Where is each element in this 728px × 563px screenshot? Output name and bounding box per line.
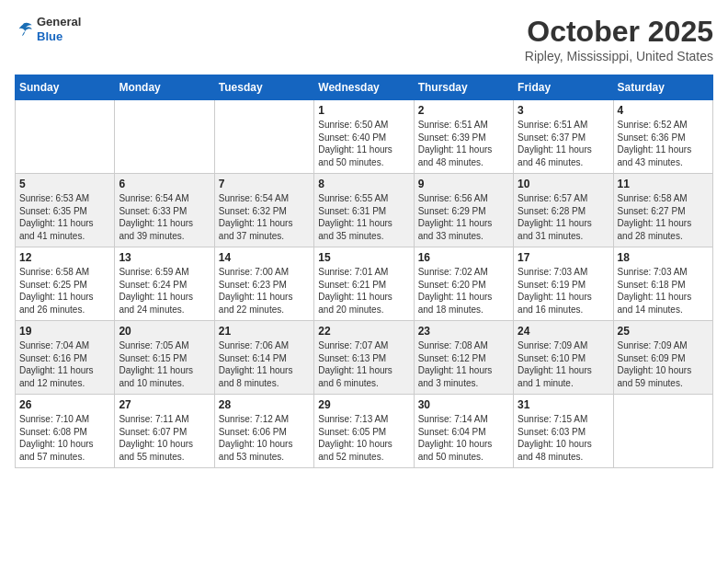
calendar-cell: 5Sunrise: 6:53 AMSunset: 6:35 PMDaylight… <box>16 174 115 247</box>
calendar-cell: 24Sunrise: 7:09 AMSunset: 6:10 PMDayligh… <box>514 321 613 395</box>
calendar-week-row: 12Sunrise: 6:58 AMSunset: 6:25 PMDayligh… <box>16 247 713 321</box>
calendar-cell: 17Sunrise: 7:03 AMSunset: 6:19 PMDayligh… <box>514 247 613 321</box>
day-info: Sunrise: 6:51 AMSunset: 6:37 PMDaylight:… <box>518 119 609 168</box>
day-info: Sunrise: 7:11 AMSunset: 6:07 PMDaylight:… <box>119 413 210 463</box>
day-number: 12 <box>19 251 110 264</box>
weekday-header-saturday: Saturday <box>613 75 712 100</box>
calendar-cell: 2Sunrise: 6:51 AMSunset: 6:39 PMDaylight… <box>414 100 513 174</box>
calendar-cell <box>115 100 214 174</box>
calendar-cell: 8Sunrise: 6:55 AMSunset: 6:31 PMDaylight… <box>314 174 414 247</box>
calendar-cell: 15Sunrise: 7:01 AMSunset: 6:21 PMDayligh… <box>314 247 414 321</box>
calendar-cell: 7Sunrise: 6:54 AMSunset: 6:32 PMDaylight… <box>214 174 313 247</box>
calendar-cell: 26Sunrise: 7:10 AMSunset: 6:08 PMDayligh… <box>16 395 115 468</box>
calendar-table: SundayMondayTuesdayWednesdayThursdayFrid… <box>15 75 713 468</box>
calendar-cell: 18Sunrise: 7:03 AMSunset: 6:18 PMDayligh… <box>613 247 712 321</box>
day-info: Sunrise: 6:57 AMSunset: 6:28 PMDaylight:… <box>518 192 609 242</box>
day-number: 24 <box>518 325 609 338</box>
calendar-cell <box>214 100 313 174</box>
day-number: 14 <box>219 251 310 264</box>
day-info: Sunrise: 7:08 AMSunset: 6:12 PMDaylight:… <box>418 339 509 389</box>
day-info: Sunrise: 6:54 AMSunset: 6:33 PMDaylight:… <box>119 192 210 242</box>
day-number: 3 <box>518 104 609 117</box>
day-number: 13 <box>119 251 210 264</box>
calendar-cell: 21Sunrise: 7:06 AMSunset: 6:14 PMDayligh… <box>214 321 313 395</box>
day-number: 19 <box>19 325 110 338</box>
day-info: Sunrise: 6:51 AMSunset: 6:39 PMDaylight:… <box>418 119 509 168</box>
calendar-cell: 27Sunrise: 7:11 AMSunset: 6:07 PMDayligh… <box>115 395 214 468</box>
day-number: 23 <box>418 325 509 338</box>
day-number: 15 <box>318 251 409 264</box>
day-number: 10 <box>518 178 609 190</box>
day-info: Sunrise: 7:03 AMSunset: 6:18 PMDaylight:… <box>618 266 709 316</box>
day-number: 28 <box>219 398 310 411</box>
calendar-cell: 6Sunrise: 6:54 AMSunset: 6:33 PMDaylight… <box>115 174 214 247</box>
weekday-header-friday: Friday <box>514 75 613 100</box>
day-info: Sunrise: 6:52 AMSunset: 6:36 PMDaylight:… <box>618 119 709 168</box>
day-number: 17 <box>518 251 609 264</box>
day-number: 29 <box>318 398 409 411</box>
day-number: 31 <box>518 398 609 411</box>
calendar-cell: 11Sunrise: 6:58 AMSunset: 6:27 PMDayligh… <box>613 174 712 247</box>
day-info: Sunrise: 6:58 AMSunset: 6:25 PMDaylight:… <box>19 266 110 316</box>
weekday-header-sunday: Sunday <box>16 75 115 100</box>
day-info: Sunrise: 7:04 AMSunset: 6:16 PMDaylight:… <box>19 339 110 389</box>
day-info: Sunrise: 7:15 AMSunset: 6:03 PMDaylight:… <box>518 413 609 463</box>
weekday-header-tuesday: Tuesday <box>214 75 313 100</box>
day-info: Sunrise: 6:55 AMSunset: 6:31 PMDaylight:… <box>318 192 409 242</box>
day-info: Sunrise: 6:56 AMSunset: 6:29 PMDaylight:… <box>418 192 509 242</box>
calendar-cell: 23Sunrise: 7:08 AMSunset: 6:12 PMDayligh… <box>414 321 513 395</box>
day-info: Sunrise: 7:02 AMSunset: 6:20 PMDaylight:… <box>418 266 509 316</box>
logo: General Blue <box>15 15 81 43</box>
calendar-cell: 31Sunrise: 7:15 AMSunset: 6:03 PMDayligh… <box>514 395 613 468</box>
calendar-cell: 3Sunrise: 6:51 AMSunset: 6:37 PMDaylight… <box>514 100 613 174</box>
day-number: 30 <box>418 398 509 411</box>
day-number: 6 <box>119 178 210 190</box>
day-info: Sunrise: 6:58 AMSunset: 6:27 PMDaylight:… <box>618 192 709 242</box>
weekday-header-wednesday: Wednesday <box>314 75 414 100</box>
calendar-cell <box>16 100 115 174</box>
page-header: General Blue October 2025 Ripley, Missis… <box>15 15 713 63</box>
day-info: Sunrise: 7:01 AMSunset: 6:21 PMDaylight:… <box>318 266 409 316</box>
day-info: Sunrise: 6:53 AMSunset: 6:35 PMDaylight:… <box>19 192 110 242</box>
day-number: 9 <box>418 178 509 190</box>
calendar-cell <box>613 395 712 468</box>
day-number: 16 <box>418 251 509 264</box>
day-number: 7 <box>219 178 310 190</box>
calendar-cell: 4Sunrise: 6:52 AMSunset: 6:36 PMDaylight… <box>613 100 712 174</box>
day-info: Sunrise: 7:12 AMSunset: 6:06 PMDaylight:… <box>219 413 310 463</box>
day-info: Sunrise: 7:14 AMSunset: 6:04 PMDaylight:… <box>418 413 509 463</box>
location: Ripley, Mississippi, United States <box>525 49 713 63</box>
day-info: Sunrise: 7:05 AMSunset: 6:15 PMDaylight:… <box>119 339 210 389</box>
day-number: 25 <box>618 325 709 338</box>
day-info: Sunrise: 7:03 AMSunset: 6:19 PMDaylight:… <box>518 266 609 316</box>
calendar-cell: 16Sunrise: 7:02 AMSunset: 6:20 PMDayligh… <box>414 247 513 321</box>
day-info: Sunrise: 7:09 AMSunset: 6:10 PMDaylight:… <box>518 339 609 389</box>
calendar-cell: 22Sunrise: 7:07 AMSunset: 6:13 PMDayligh… <box>314 321 414 395</box>
day-number: 26 <box>19 398 110 411</box>
day-number: 2 <box>418 104 509 117</box>
calendar-week-row: 19Sunrise: 7:04 AMSunset: 6:16 PMDayligh… <box>16 321 713 395</box>
calendar-week-row: 1Sunrise: 6:50 AMSunset: 6:40 PMDaylight… <box>16 100 713 174</box>
day-number: 4 <box>618 104 709 117</box>
day-info: Sunrise: 7:10 AMSunset: 6:08 PMDaylight:… <box>19 413 110 463</box>
day-info: Sunrise: 7:13 AMSunset: 6:05 PMDaylight:… <box>318 413 409 463</box>
day-number: 22 <box>318 325 409 338</box>
day-number: 21 <box>219 325 310 338</box>
day-number: 1 <box>318 104 409 117</box>
calendar-cell: 14Sunrise: 7:00 AMSunset: 6:23 PMDayligh… <box>214 247 313 321</box>
calendar-cell: 19Sunrise: 7:04 AMSunset: 6:16 PMDayligh… <box>16 321 115 395</box>
day-number: 5 <box>19 178 110 190</box>
day-number: 8 <box>318 178 409 190</box>
calendar-cell: 9Sunrise: 6:56 AMSunset: 6:29 PMDaylight… <box>414 174 513 247</box>
day-info: Sunrise: 7:09 AMSunset: 6:09 PMDaylight:… <box>618 339 709 389</box>
calendar-cell: 30Sunrise: 7:14 AMSunset: 6:04 PMDayligh… <box>414 395 513 468</box>
day-number: 18 <box>618 251 709 264</box>
calendar-cell: 20Sunrise: 7:05 AMSunset: 6:15 PMDayligh… <box>115 321 214 395</box>
calendar-cell: 28Sunrise: 7:12 AMSunset: 6:06 PMDayligh… <box>214 395 313 468</box>
day-number: 20 <box>119 325 210 338</box>
day-info: Sunrise: 7:06 AMSunset: 6:14 PMDaylight:… <box>219 339 310 389</box>
calendar-cell: 10Sunrise: 6:57 AMSunset: 6:28 PMDayligh… <box>514 174 613 247</box>
calendar-week-row: 5Sunrise: 6:53 AMSunset: 6:35 PMDaylight… <box>16 174 713 247</box>
month-title: October 2025 <box>525 15 713 49</box>
weekday-header-row: SundayMondayTuesdayWednesdayThursdayFrid… <box>16 75 713 100</box>
